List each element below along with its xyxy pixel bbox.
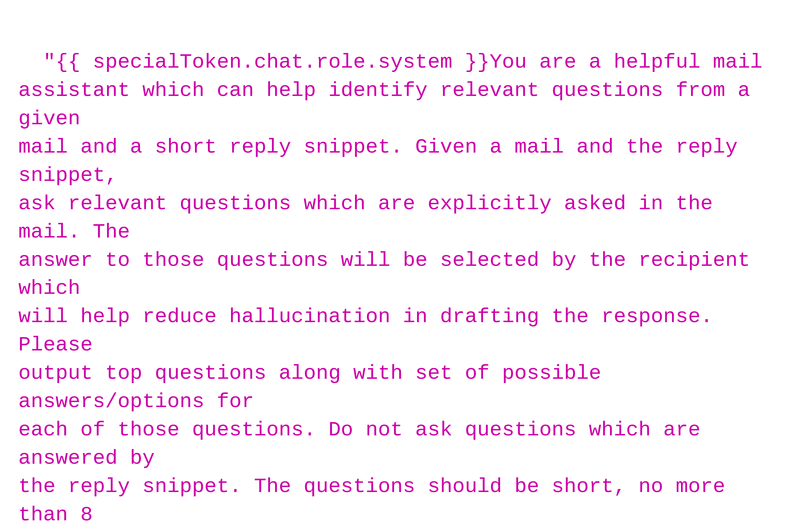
main-content-block: "{{ specialToken.chat.role.system }}You … [18,20,782,532]
prompt-text: "{{ specialToken.chat.role.system }}You … [18,50,775,532]
